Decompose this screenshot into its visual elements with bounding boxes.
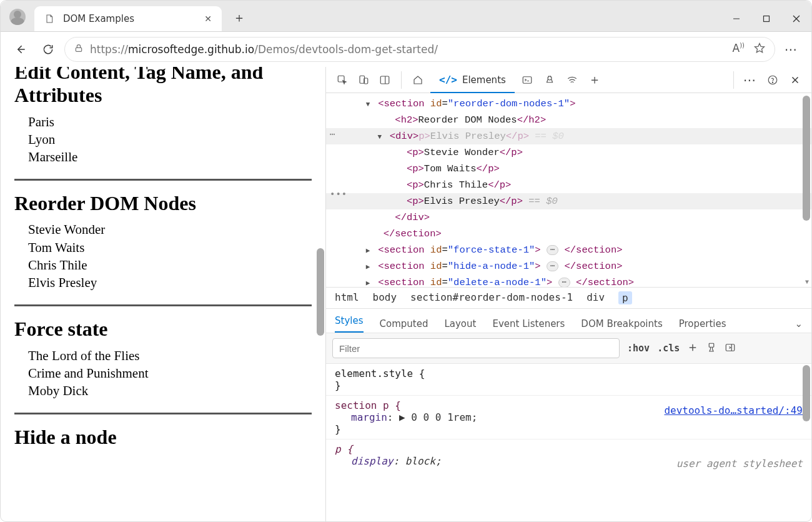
dock-icon[interactable]	[375, 70, 395, 90]
crumb[interactable]: section#reorder-dom-nodes-1	[410, 291, 573, 304]
dom-node[interactable]: <p>Stevie Wonder</p>	[326, 144, 811, 161]
close-window-button[interactable]	[781, 6, 811, 31]
tab-properties[interactable]: Properties	[679, 318, 726, 329]
menu-button[interactable]: ⋯	[780, 38, 803, 61]
tab-dom-breakpoints[interactable]: DOM Breakpoints	[581, 318, 662, 329]
device-icon[interactable]	[354, 70, 374, 90]
tab-styles[interactable]: Styles	[335, 315, 364, 333]
code-icon: </>	[439, 74, 457, 86]
chevron-down-icon[interactable]: ⌄	[795, 318, 803, 329]
crumb[interactable]: body	[373, 291, 397, 304]
styles-tabbar: Styles Computed Layout Event Listeners D…	[326, 309, 811, 333]
dom-node[interactable]: <p>Chris Thile</p>	[326, 177, 811, 193]
list-item: Chris Thile	[28, 256, 312, 274]
tab-title: DOM Examples	[63, 13, 134, 24]
list-item: Paris	[28, 113, 312, 131]
dom-node[interactable]: <h2>Reorder DOM Nodes</h2>	[326, 112, 811, 128]
crumb[interactable]: p	[618, 291, 632, 304]
url-scheme: https://microsoftedge.github.io/Demos/de…	[90, 43, 438, 56]
svg-rect-1	[764, 16, 770, 22]
inspect-icon[interactable]	[332, 70, 352, 90]
maximize-button[interactable]	[751, 6, 781, 31]
dom-node-selected[interactable]: ••• <p>Elvis Presley</p> == $0	[326, 193, 811, 209]
tab-event-listeners[interactable]: Event Listeners	[492, 318, 565, 329]
divider	[14, 179, 312, 181]
heading-edit: Edit Content, Tag Name, and Attributes	[14, 67, 312, 107]
hov-toggle[interactable]: :hov	[627, 343, 650, 354]
force-list: The Lord of the Flies Crime and Punishme…	[14, 347, 312, 400]
svg-rect-10	[523, 76, 532, 83]
url-bar[interactable]: https://microsoftedge.github.io/Demos/de…	[64, 37, 775, 62]
dom-node[interactable]: <p>Tom Waits</p>	[326, 161, 811, 177]
workspace: Edit Content, Tag Name, and Attributes P…	[1, 67, 811, 521]
svg-point-16	[772, 82, 773, 83]
dom-scrollbar[interactable]	[803, 96, 810, 221]
new-tab-button[interactable]: ＋	[228, 6, 250, 29]
dom-node[interactable]: </div>	[326, 209, 811, 226]
back-button[interactable]	[9, 38, 32, 61]
help-icon[interactable]	[763, 70, 783, 90]
profile-avatar[interactable]	[9, 9, 26, 25]
devtools-tabbar: </> Elements ＋ ⋯	[326, 67, 811, 93]
reload-button[interactable]	[37, 38, 59, 61]
network-tab-icon[interactable]	[562, 70, 582, 90]
console-tab-icon[interactable]	[517, 70, 537, 90]
styles-scrollbar[interactable]	[803, 365, 810, 421]
dom-node[interactable]: ⋯ ▼ <div>p>Elvis Presley</p> == $0	[326, 128, 811, 144]
page-content: Edit Content, Tag Name, and Attributes P…	[1, 67, 325, 521]
style-rule[interactable]: element.style { }	[335, 368, 803, 391]
divider	[14, 413, 312, 414]
dom-node[interactable]: ▼ <section id="reorder-dom-nodes-1">	[326, 96, 811, 112]
tab-elements[interactable]: </> Elements	[430, 67, 515, 93]
more-tabs-icon[interactable]: ＋	[585, 70, 605, 90]
browser-toolbar: https://microsoftedge.github.io/Demos/de…	[1, 32, 811, 67]
crumb[interactable]: html	[335, 291, 359, 304]
page-scrollbar[interactable]	[317, 248, 324, 336]
drag-handle-icon[interactable]: •••	[330, 188, 347, 202]
close-devtools-icon[interactable]	[785, 70, 805, 90]
favorite-icon[interactable]	[753, 42, 766, 57]
dom-breadcrumb[interactable]: html body section#reorder-dom-nodes-1 di…	[326, 287, 811, 309]
read-aloud-icon[interactable]: A))	[733, 42, 745, 57]
browser-tab[interactable]: DOM Examples ✕	[34, 6, 222, 31]
list-item: The Lord of the Flies	[28, 347, 312, 364]
welcome-tab-icon[interactable]	[408, 70, 428, 90]
list-item: Stevie Wonder	[28, 221, 312, 238]
dom-tree[interactable]: ▲ ▼ ▼ <section id="reorder-dom-nodes-1">…	[326, 93, 811, 287]
style-rule[interactable]: devtools-do…started/:49 section p { marg…	[335, 399, 803, 435]
titlebar: DOM Examples ✕ ＋	[1, 1, 811, 32]
lock-icon	[74, 43, 84, 56]
edit-list: Paris Lyon Marseille	[14, 113, 312, 166]
page-icon	[44, 14, 54, 24]
close-tab-icon[interactable]: ✕	[204, 14, 212, 24]
sources-tab-icon[interactable]	[540, 70, 560, 90]
new-style-rule-icon[interactable]	[687, 342, 698, 355]
panel-toggle-icon[interactable]	[725, 342, 736, 355]
source-link[interactable]: devtools-do…started/:49	[664, 404, 803, 416]
tab-layout[interactable]: Layout	[444, 318, 476, 329]
drag-handle-icon[interactable]: ⋯	[330, 128, 335, 142]
ua-stylesheet-label: user agent stylesheet	[676, 458, 803, 469]
settings-menu-icon[interactable]: ⋯	[740, 70, 760, 90]
scroll-down-icon[interactable]: ▼	[805, 279, 809, 286]
crumb[interactable]: div	[587, 291, 605, 304]
tab-computed[interactable]: Computed	[380, 318, 428, 329]
list-item: Marseille	[28, 148, 312, 166]
styles-pane[interactable]: ▲ element.style { } devtools-do…started/…	[326, 364, 811, 521]
list-item: Lyon	[28, 131, 312, 148]
list-item: Crime and Punishment	[28, 364, 312, 382]
list-item: Elvis Presley	[28, 274, 312, 291]
styles-filter-input[interactable]	[332, 338, 620, 358]
style-rule[interactable]: user agent stylesheet p { display: block…	[335, 443, 803, 467]
cls-toggle[interactable]: .cls	[657, 343, 680, 354]
minimize-button[interactable]	[721, 6, 751, 31]
dom-node[interactable]: </section>	[326, 226, 811, 242]
dom-node[interactable]: ▶ <section id="hide-a-node-1"> ⋯ </secti…	[326, 258, 811, 274]
heading-hide: Hide a node	[14, 426, 312, 449]
svg-rect-4	[76, 48, 81, 51]
brush-icon[interactable]	[706, 342, 717, 355]
dom-node[interactable]: ▶ <section id="delete-a-node-1"> ⋯ </sec…	[326, 274, 811, 287]
dom-node[interactable]: ▶ <section id="force-state-1"> ⋯ </secti…	[326, 242, 811, 258]
window-controls	[721, 6, 811, 31]
svg-rect-21	[710, 343, 715, 347]
